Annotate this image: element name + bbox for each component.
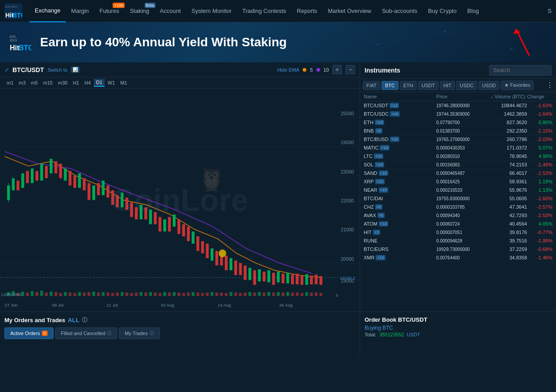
mytrades-info-icon[interactable]: ⓘ bbox=[150, 330, 154, 336]
inst-volume: 58.9361 bbox=[491, 179, 527, 184]
tf-d1[interactable]: D1 bbox=[94, 79, 105, 87]
nav-item-account[interactable]: Account bbox=[154, 0, 186, 22]
hide-ema-btn[interactable]: Hide EMA bbox=[277, 67, 300, 73]
inst-row[interactable]: RUNE 0.000094628 39.7516 -1.99% bbox=[360, 237, 556, 245]
svg-rect-115 bbox=[69, 293, 71, 296]
svg-rect-41 bbox=[40, 164, 43, 181]
tf-m3[interactable]: m3 bbox=[16, 79, 28, 86]
nav-item-market-overview[interactable]: Market Overview bbox=[322, 0, 377, 22]
svg-text:BTC: BTC bbox=[19, 44, 31, 52]
tf-m5[interactable]: m5 bbox=[29, 79, 40, 86]
tf-h4[interactable]: H4 bbox=[82, 79, 93, 86]
orderbook-total-currency: USDT bbox=[406, 332, 420, 337]
nav-item-sub-accounts[interactable]: Sub-accounts bbox=[377, 0, 423, 22]
svg-rect-51 bbox=[88, 183, 90, 200]
inst-row[interactable]: SAND ×10 0.0000465487 66.4017 -1.53% bbox=[360, 169, 556, 178]
nav-item-staking[interactable]: Staking Beta bbox=[125, 0, 154, 22]
orders-info-icon[interactable]: ⓘ bbox=[82, 316, 87, 324]
chart-view-icon[interactable]: 📊 bbox=[71, 66, 80, 73]
inst-row[interactable]: BTC/DAI 19755.83000000 55.0605 -1.60% bbox=[360, 194, 556, 203]
inst-volume: 55.9676 bbox=[491, 187, 527, 193]
svg-rect-108 bbox=[36, 292, 38, 296]
inst-row[interactable]: LTC ×10 0.00280310 78.9045 4.99% bbox=[360, 152, 556, 161]
inst-row[interactable]: ETH ×10 0.07790700 827.3620 0.80% bbox=[360, 118, 556, 127]
tf-m1[interactable]: m1 bbox=[4, 79, 16, 86]
inst-price: 0.00016425 bbox=[436, 179, 491, 184]
chart-expand-icon[interactable]: ⤢ bbox=[4, 67, 9, 73]
svg-rect-137 bbox=[173, 292, 175, 296]
nav-item-futures[interactable]: Futures ×100 bbox=[94, 0, 125, 22]
svg-text:2013: 2013 bbox=[10, 39, 17, 42]
inst-row[interactable]: XRP ×10 0.00016425 58.9361 1.19% bbox=[360, 178, 556, 186]
svg-rect-80 bbox=[225, 256, 227, 271]
inst-tab-usdt[interactable]: USDT bbox=[418, 81, 438, 90]
tf-m30[interactable]: m30 bbox=[56, 79, 69, 86]
svg-rect-122 bbox=[102, 292, 105, 296]
nav-item-reports[interactable]: Reports bbox=[292, 0, 323, 22]
chart-zoom-out-btn[interactable]: − bbox=[345, 65, 355, 74]
switch-to-label[interactable]: Switch to bbox=[48, 67, 68, 73]
nav-right-indicator: S bbox=[548, 8, 552, 14]
logo[interactable]: EST.2013 Hit BTC bbox=[4, 3, 22, 19]
nav-item-blog[interactable]: Blog bbox=[462, 0, 484, 22]
nav-item-system-monitor[interactable]: System Monitor bbox=[186, 0, 237, 22]
inst-more-btn[interactable]: ⋮ bbox=[546, 81, 553, 89]
orders-tab-active[interactable]: Active Orders 0 bbox=[4, 327, 53, 339]
inst-name: HIT ×3 bbox=[364, 230, 436, 235]
inst-row[interactable]: MATIC ×10 0.0000430353 171.0372 5.07% bbox=[360, 144, 556, 152]
col-volume[interactable]: ↓ Volume (BTC) bbox=[491, 94, 527, 99]
svg-text:Hit: Hit bbox=[10, 44, 20, 52]
svg-text:27 Jun: 27 Jun bbox=[5, 303, 18, 307]
inst-price: 0.0000103785 bbox=[436, 205, 491, 210]
inst-tab-hit[interactable]: HIT bbox=[440, 81, 455, 90]
inst-change: -1.46% bbox=[527, 255, 552, 260]
svg-rect-71 bbox=[182, 224, 185, 236]
inst-tab-eth[interactable]: ETH bbox=[400, 81, 417, 90]
inst-row[interactable]: AVAX ×5 0.00094340 42.7293 -2.53% bbox=[360, 211, 556, 220]
inst-tab-btc[interactable]: BTC bbox=[381, 81, 398, 90]
inst-row[interactable]: BTC/EURS 19929.73000000 37.2259 -0.68% bbox=[360, 245, 556, 254]
tf-m15[interactable]: m15 bbox=[41, 79, 55, 86]
nav-item-exchange[interactable]: Exchange bbox=[29, 0, 66, 22]
svg-rect-94 bbox=[291, 275, 294, 284]
inst-row[interactable]: HIT ×3 0.000007051 39.8176 -0.77% bbox=[360, 228, 556, 237]
inst-volume: 74.2153 bbox=[491, 162, 527, 167]
nav-item-trading-contests[interactable]: Trading Contests bbox=[237, 0, 292, 22]
inst-price: 0.00060724 bbox=[436, 222, 491, 226]
inst-row[interactable]: BTC/USDC ×10 19744.35369000 1462.3859 -1… bbox=[360, 110, 556, 118]
inst-name: XRP ×10 bbox=[364, 179, 436, 184]
navbar: EST.2013 Hit BTC Exchange Margin Futures… bbox=[0, 0, 556, 22]
tf-w1[interactable]: W1 bbox=[106, 79, 118, 86]
svg-text:02 Aug: 02 Aug bbox=[161, 303, 174, 307]
inst-tab-usdc[interactable]: USDC bbox=[456, 81, 477, 90]
inst-row[interactable]: NEAR ×10 0.000216533 55.9676 1.13% bbox=[360, 186, 556, 194]
tf-m1b[interactable]: M1 bbox=[118, 79, 129, 86]
inst-row[interactable]: CHZ ×5 0.0000103785 47.3641 -2.57% bbox=[360, 203, 556, 211]
svg-rect-50 bbox=[83, 178, 85, 190]
banner[interactable]: EST. 2013 Hit BTC Earn up to 40% Annual … bbox=[0, 22, 556, 62]
chart-zoom-in-btn[interactable]: + bbox=[333, 65, 342, 74]
inst-change: 1.19% bbox=[527, 179, 552, 184]
inst-row[interactable]: BTC/USDT ×12 19746.28000000 10844.4672 -… bbox=[360, 101, 556, 110]
inst-row[interactable]: BTC/BUSD ×10 19765.27000000 260.7786 -2.… bbox=[360, 135, 556, 144]
svg-text:14 Aug: 14 Aug bbox=[218, 303, 231, 307]
nav-item-margin[interactable]: Margin bbox=[66, 0, 94, 22]
nav-item-buy-crypto[interactable]: Buy Crypto bbox=[422, 0, 462, 22]
svg-rect-88 bbox=[263, 272, 265, 282]
inst-row[interactable]: XMR ×10 0.00764400 34.8358 -1.46% bbox=[360, 254, 556, 262]
inst-tab-fiat[interactable]: FIAT bbox=[363, 81, 380, 90]
orders-tab-mytrades[interactable]: My Trades ⓘ bbox=[119, 327, 159, 339]
orders-tab-filled[interactable]: Filled and Cancelled ⓘ bbox=[55, 327, 118, 339]
inst-row[interactable]: BNB ×5 0.01383700 292.2350 -1.15% bbox=[360, 127, 556, 135]
inst-tab-usdd[interactable]: USDD bbox=[479, 81, 499, 90]
inst-tab-favorites[interactable]: ★ Favorites bbox=[501, 81, 534, 90]
svg-rect-52 bbox=[92, 186, 95, 200]
tf-h1[interactable]: H1 bbox=[71, 79, 81, 86]
search-input[interactable] bbox=[489, 65, 552, 76]
filled-info-icon[interactable]: ⓘ bbox=[107, 330, 111, 336]
inst-row[interactable]: ATOM ×10 0.00060724 40.4564 4.05% bbox=[360, 220, 556, 228]
svg-rect-152 bbox=[244, 293, 247, 296]
inst-price: 19744.35369000 bbox=[436, 112, 491, 117]
chart-canvas[interactable]: 25000 24000 23000 22000 21000 20000 1900… bbox=[0, 89, 360, 311]
inst-row[interactable]: SOL ×10 0.00156083 74.2153 -1.49% bbox=[360, 161, 556, 169]
